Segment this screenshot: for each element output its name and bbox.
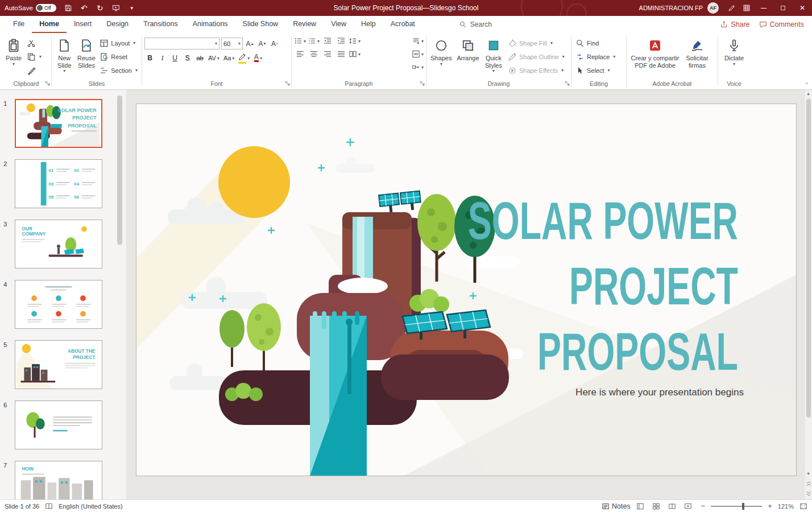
font-size-dropdown-icon[interactable]: ▾ xyxy=(237,41,241,46)
dictate-button[interactable]: Dictate xyxy=(721,35,747,66)
search-box[interactable]: Search xyxy=(459,16,492,33)
slide-1-canvas[interactable]: SOLAR POWER PROJECT PROPOSAL Here is whe… xyxy=(136,104,796,476)
language-indicator[interactable]: English (United States) xyxy=(59,503,123,510)
shape-outline-button[interactable]: Shape Outline xyxy=(506,51,566,63)
reset-button[interactable]: Reset xyxy=(98,51,139,63)
share-button[interactable]: Share xyxy=(720,20,749,28)
slide-title-line3[interactable]: PROPOSAL xyxy=(537,322,738,381)
slide-thumbnail-5[interactable]: ABOUT THE PROJECT xyxy=(15,340,102,389)
zoom-level[interactable]: 121% xyxy=(778,503,794,510)
cut-button[interactable] xyxy=(25,37,43,49)
save-button[interactable] xyxy=(61,1,76,15)
convert-to-smartart-button[interactable] xyxy=(412,61,424,73)
copy-button[interactable] xyxy=(25,51,43,63)
layout-button[interactable]: Layout xyxy=(98,37,139,49)
drawing-dialog-launcher[interactable] xyxy=(565,80,570,88)
slide-indicator[interactable]: Slide 1 of 36 xyxy=(5,503,39,510)
paste-button[interactable]: Paste xyxy=(3,35,24,66)
zoom-slider-thumb[interactable] xyxy=(742,503,744,510)
tab-acrobat[interactable]: Acrobat xyxy=(383,16,422,33)
slide-subtitle[interactable]: Here is where your presentation begins xyxy=(575,387,744,398)
slide-thumbnail-7[interactable]: HOW xyxy=(15,461,102,499)
reuse-slides-button[interactable]: Reuse Slides xyxy=(76,35,97,69)
normal-view-button[interactable] xyxy=(636,502,644,510)
slide-thumbnail-4[interactable] xyxy=(15,280,102,329)
font-size-combo[interactable]: 60▾ xyxy=(221,38,243,49)
tab-help[interactable]: Help xyxy=(354,16,383,33)
columns-button[interactable] xyxy=(349,48,361,60)
next-slide-button[interactable] xyxy=(805,490,812,497)
undo-button[interactable] xyxy=(77,1,92,15)
ribbon-display-options-button[interactable] xyxy=(739,1,754,15)
slide-thumbnail-2[interactable]: 01 02 03 04 05 06 xyxy=(15,159,102,208)
scroll-down-arrow-icon[interactable]: ▾ xyxy=(807,471,809,477)
close-button[interactable] xyxy=(793,0,812,16)
thumbnail-panel-scrollbar[interactable] xyxy=(117,96,122,245)
tab-view[interactable]: View xyxy=(324,16,354,33)
underline-button[interactable]: U xyxy=(169,52,180,64)
tab-design[interactable]: Design xyxy=(99,16,136,33)
tab-transitions[interactable]: Transitions xyxy=(136,16,185,33)
align-center-button[interactable] xyxy=(308,48,320,60)
align-text-button[interactable] xyxy=(412,48,424,60)
shape-fill-button[interactable]: Shape Fill xyxy=(506,37,566,49)
text-direction-button[interactable] xyxy=(412,35,424,47)
collapse-ribbon-chevron[interactable]: › xyxy=(803,82,810,85)
autosave-toggle[interactable]: AutoSave Off xyxy=(5,4,56,12)
previous-slide-button[interactable] xyxy=(805,480,812,487)
start-slideshow-button[interactable] xyxy=(109,1,123,15)
tab-review[interactable]: Review xyxy=(285,16,324,33)
create-pdf-button[interactable]: Crear y compartir PDF de Adobe xyxy=(631,35,680,69)
font-color-button[interactable]: A xyxy=(252,52,263,64)
bold-button[interactable]: B xyxy=(144,52,155,64)
fit-slide-to-window-button[interactable] xyxy=(799,502,807,510)
paragraph-dialog-launcher[interactable] xyxy=(420,80,425,88)
shape-effects-button[interactable]: Shape Effects xyxy=(506,64,566,76)
clear-formatting-button[interactable]: A✕ xyxy=(270,38,280,49)
notes-button[interactable]: Notes xyxy=(602,502,631,510)
slide-thumbnail-1[interactable]: SOLAR POWER PROJECT PROPOSAL xyxy=(15,99,102,148)
slide-show-button[interactable] xyxy=(684,502,692,510)
text-shadow-button[interactable]: S xyxy=(182,52,193,64)
decrease-indent-button[interactable] xyxy=(321,35,333,47)
shapes-button[interactable]: Shapes xyxy=(429,35,454,66)
align-right-button[interactable] xyxy=(321,48,333,60)
tab-home[interactable]: Home xyxy=(32,16,67,33)
find-button[interactable]: Find xyxy=(574,37,617,49)
zoom-out-button[interactable]: − xyxy=(701,502,706,510)
italic-button[interactable]: I xyxy=(157,52,168,64)
slide-title-line2[interactable]: PROJECT xyxy=(569,257,738,316)
zoom-slider[interactable] xyxy=(711,506,762,507)
font-name-dropdown-icon[interactable]: ▾ xyxy=(213,41,217,46)
tab-file[interactable]: File xyxy=(6,16,32,33)
align-left-button[interactable] xyxy=(294,48,306,60)
spelling-book-icon[interactable] xyxy=(45,502,53,510)
change-case-button[interactable]: Aa xyxy=(222,52,235,64)
font-dialog-launcher[interactable] xyxy=(285,80,291,88)
avatar[interactable]: AF xyxy=(707,2,719,14)
numbering-button[interactable] xyxy=(308,35,320,47)
tab-animations[interactable]: Animations xyxy=(185,16,235,33)
vertical-scrollbar[interactable]: ▴ ▾ xyxy=(804,90,812,499)
arrange-button[interactable]: Arrange xyxy=(455,35,481,62)
new-slide-button[interactable]: New Slide xyxy=(54,35,75,73)
character-spacing-button[interactable]: AV xyxy=(207,52,221,64)
strikethrough-button[interactable]: ab xyxy=(194,52,205,64)
account-name[interactable]: ADMINISTRACION FP xyxy=(639,5,703,11)
redo-button[interactable] xyxy=(93,1,107,15)
slide-sorter-view-button[interactable] xyxy=(652,502,660,510)
replace-button[interactable]: Replace xyxy=(574,51,617,63)
section-button[interactable]: Section xyxy=(98,64,139,76)
ink-pen-button[interactable] xyxy=(724,1,739,15)
increase-indent-button[interactable] xyxy=(335,35,347,47)
customize-qat-chevron[interactable] xyxy=(125,1,139,15)
reading-view-button[interactable] xyxy=(668,502,676,510)
zoom-in-button[interactable]: + xyxy=(768,502,772,510)
maximize-button[interactable] xyxy=(773,0,793,16)
clipboard-dialog-launcher[interactable] xyxy=(45,80,51,88)
tab-slide-show[interactable]: Slide Show xyxy=(235,16,286,33)
slide-thumbnail-3[interactable]: OUR COMPANY xyxy=(15,220,102,269)
comments-button[interactable]: Comments xyxy=(759,20,804,28)
scroll-up-arrow-icon[interactable]: ▴ xyxy=(807,91,809,97)
quick-styles-button[interactable]: Quick Styles xyxy=(482,35,505,73)
